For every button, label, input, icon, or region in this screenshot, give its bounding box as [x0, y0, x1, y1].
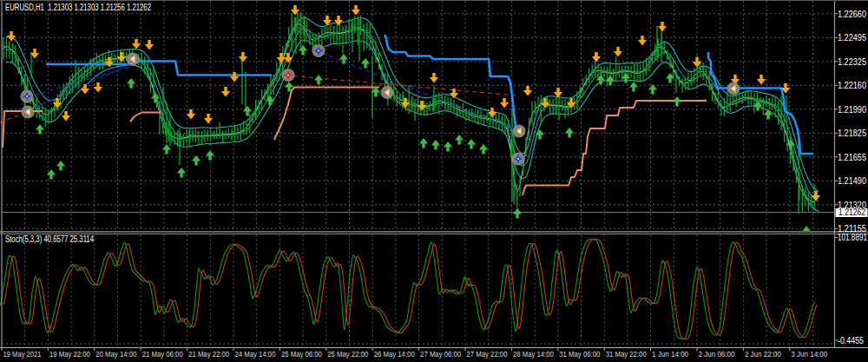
svg-text:24 May 14:00: 24 May 14:00 — [235, 349, 276, 359]
svg-text:27 May 06:00: 27 May 06:00 — [420, 349, 461, 359]
svg-text:1.21490: 1.21490 — [838, 176, 866, 186]
svg-text:1.21262: 1.21262 — [838, 207, 865, 217]
svg-text:21 May 06:00: 21 May 06:00 — [142, 349, 183, 359]
svg-text:2 Jun 22:00: 2 Jun 22:00 — [745, 349, 782, 359]
svg-text:19 May 2021: 19 May 2021 — [3, 349, 42, 359]
svg-text:28 May 14:00: 28 May 14:00 — [513, 349, 554, 359]
svg-text:1.21655: 1.21655 — [838, 153, 866, 162]
svg-text:31 May 22:00: 31 May 22:00 — [606, 349, 647, 359]
svg-text:2 Jun 06:00: 2 Jun 06:00 — [699, 349, 736, 359]
svg-text:1.21825: 1.21825 — [838, 128, 866, 138]
svg-text:1.21990: 1.21990 — [838, 105, 866, 115]
svg-text:-0.4455: -0.4455 — [838, 336, 864, 346]
svg-text:25 May 06:00: 25 May 06:00 — [281, 349, 322, 359]
svg-text:19 May 22:00: 19 May 22:00 — [49, 349, 90, 359]
svg-text:1 Jun 14:00: 1 Jun 14:00 — [652, 349, 689, 359]
svg-text:27 May 22:00: 27 May 22:00 — [467, 349, 508, 359]
svg-text:Stoch(5,3,3) 40.6577 25.3114: Stoch(5,3,3) 40.6577 25.3114 — [5, 234, 94, 244]
svg-text:31 May 06:00: 31 May 06:00 — [559, 349, 600, 359]
svg-text:EURUSD,H1 1.21303 1.21303 1.2: EURUSD,H1 1.21303 1.21303 1.21256 1.2126… — [5, 3, 151, 12]
svg-text:1.22660: 1.22660 — [838, 10, 866, 19]
svg-text:1.22495: 1.22495 — [838, 33, 866, 43]
svg-text:1.22325: 1.22325 — [838, 57, 866, 67]
svg-text:26 May 14:00: 26 May 14:00 — [374, 349, 415, 359]
svg-text:1.22160: 1.22160 — [838, 81, 866, 90]
svg-text:25 May 22:00: 25 May 22:00 — [327, 349, 368, 359]
svg-text:20 May 14:00: 20 May 14:00 — [95, 349, 136, 359]
svg-text:101.8891: 101.8891 — [838, 233, 867, 242]
svg-text:21 May 22:00: 21 May 22:00 — [188, 349, 229, 359]
svg-text:3 Jun 14:00: 3 Jun 14:00 — [791, 349, 828, 359]
